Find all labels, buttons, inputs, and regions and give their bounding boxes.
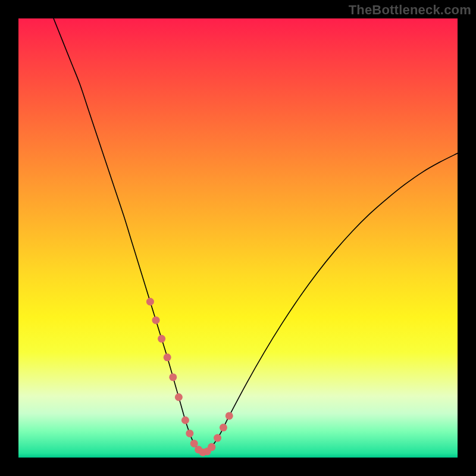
curve-marker [175, 393, 183, 401]
plot-area [18, 18, 458, 458]
curve-marker [169, 373, 177, 381]
chart-frame: TheBottleneck.com [0, 0, 476, 476]
curve-markers [146, 298, 233, 456]
watermark-text: TheBottleneck.com [349, 2, 471, 18]
curve-marker [186, 430, 193, 437]
curve-marker [226, 412, 233, 419]
curve-marker [208, 443, 215, 451]
bottleneck-curve-svg [18, 18, 458, 458]
curve-marker [152, 317, 159, 324]
curve-marker [214, 434, 221, 442]
curve-marker [158, 335, 165, 343]
curve-marker [146, 298, 154, 306]
curve-marker [164, 353, 171, 361]
curve-marker [220, 424, 227, 431]
bottleneck-curve [54, 18, 458, 452]
curve-marker [181, 416, 189, 424]
